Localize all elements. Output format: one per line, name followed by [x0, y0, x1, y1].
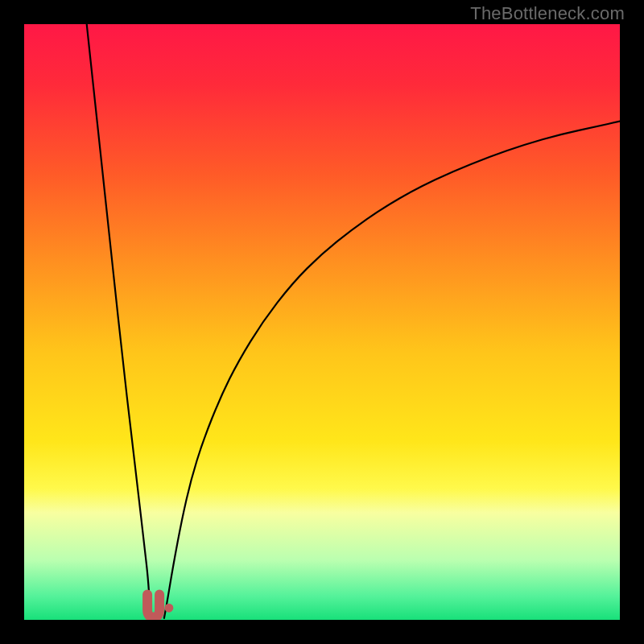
minimum-marker-dot — [164, 604, 173, 613]
gradient-background — [24, 24, 620, 620]
watermark-text: TheBottleneck.com — [470, 3, 625, 24]
chart-frame: TheBottleneck.com — [0, 0, 644, 644]
chart-svg — [24, 24, 620, 620]
plot-area — [24, 24, 620, 620]
